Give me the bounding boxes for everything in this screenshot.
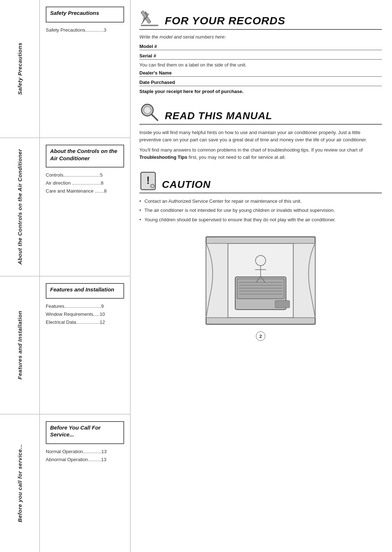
- caution-icon: !: [139, 171, 157, 191]
- sidebar-section-features: Features and Installation: [0, 277, 39, 415]
- fyr-serial-label: Serial #: [139, 53, 156, 59]
- svg-rect-14: [293, 243, 315, 318]
- svg-rect-23: [275, 301, 290, 308]
- toc-section-service: Before You Call For Service... Normal Op…: [40, 415, 130, 552]
- caution-title: CAUTION: [162, 180, 211, 191]
- svg-rect-13: [206, 243, 228, 318]
- toc-item-controls-1: Controls............................5: [46, 171, 124, 179]
- fyr-dealer-field: Dealer's Name: [139, 70, 382, 77]
- sidebar-section-controls: About the Controls on the Air Conditione…: [0, 138, 39, 276]
- svg-rect-11: [206, 237, 315, 243]
- svg-rect-12: [206, 318, 315, 324]
- toc-title-safety: Safety Precautions: [50, 9, 120, 17]
- caution-header: ! CAUTION: [139, 171, 382, 193]
- toc-section-controls: About the Controls on the Air Conditione…: [40, 138, 130, 276]
- toc-item-controls-2: Air direction ......................8: [46, 179, 124, 187]
- fyr-subtitle: Write the model and serial numbers here:: [139, 34, 382, 40]
- sidebar-label-service: Before you call for service...: [17, 444, 23, 522]
- fyr-dealer-label: Dealer's Name: [139, 70, 172, 76]
- toc-panel: Safety Precautions Safety Precautions...…: [40, 0, 131, 552]
- toc-item-features-3: Electrical Data..................12: [46, 318, 124, 326]
- toc-item-safety-1: Safety Precautions..............3: [46, 26, 124, 34]
- caution-item-2: The air conditioner is not intended for …: [139, 207, 382, 214]
- fyr-date-field: Date Purchased: [139, 79, 382, 86]
- toc-box-features: Features and Installation: [46, 283, 124, 299]
- fyr-serial-field: Serial #: [139, 53, 382, 60]
- toc-item-features-2: Window Requirements.....10: [46, 310, 124, 318]
- sidebar-section-service: Before you call for service...: [0, 415, 39, 552]
- fyr-staple-text: Staple your receipt here for proof of pu…: [139, 89, 382, 94]
- sidebar-label-features: Features and Installation: [17, 311, 23, 379]
- toc-title-features: Features and Installation: [50, 286, 120, 293]
- caution-list: Contact an Authorized Service Center for…: [139, 198, 382, 223]
- window-ac-illustration: [203, 233, 319, 328]
- fyr-find-text: You can find them on a label on the side…: [139, 62, 382, 68]
- caution-item-3: Young children should be supervised to e…: [139, 216, 382, 223]
- toc-box-safety: Safety Precautions: [46, 7, 124, 23]
- toc-item-service-2: Abnormal Operation..........13: [46, 456, 124, 464]
- sidebar-label-safety: Safety Precautions: [17, 43, 23, 95]
- sidebar-section-safety: Safety Precautions: [0, 0, 39, 138]
- section-read-this-manual: READ THIS MANUAL Inside you will find ma…: [139, 102, 382, 164]
- magnify-icon: [139, 102, 160, 122]
- svg-point-9: [151, 184, 154, 188]
- page-number: 2: [256, 331, 265, 341]
- toc-title-service: Before You Call For Service...: [50, 424, 120, 438]
- rtm-header: READ THIS MANUAL: [139, 102, 382, 125]
- toc-box-controls: About the Controls on the Air Conditione…: [46, 145, 124, 168]
- page-number-area: 2: [139, 331, 382, 341]
- toc-section-features: Features and Installation Features......…: [40, 277, 130, 415]
- fyr-model-field: Model #: [139, 43, 382, 50]
- sidebar: Safety Precautions About the Controls on…: [0, 0, 40, 552]
- main-content: FOR YOUR RECORDS Write the model and ser…: [131, 0, 392, 552]
- svg-rect-0: [141, 25, 158, 26]
- rtm-para-1: Inside you will find many helpful hints …: [139, 129, 382, 144]
- illustration-area: [139, 233, 382, 328]
- rtm-title: READ THIS MANUAL: [165, 111, 272, 122]
- fyr-date-label: Date Purchased: [139, 80, 175, 85]
- section-caution: ! CAUTION Contact an Authorized Service …: [139, 171, 382, 226]
- svg-text:!: !: [146, 174, 150, 186]
- toc-item-service-1: Normal Operation..............13: [46, 448, 124, 456]
- svg-line-6: [152, 114, 158, 120]
- fyr-header: FOR YOUR RECORDS: [139, 7, 382, 30]
- pen-icon: [139, 7, 160, 28]
- section-for-your-records: FOR YOUR RECORDS Write the model and ser…: [139, 7, 382, 94]
- toc-title-controls: About the Controls on the Air Conditione…: [50, 148, 120, 162]
- rtm-para-2: You'll find many answers to common probl…: [139, 146, 382, 161]
- sidebar-label-controls: About the Controls on the Air Conditione…: [17, 149, 23, 265]
- fyr-title: FOR YOUR RECORDS: [165, 15, 285, 28]
- rtm-bold: Troubleshooting Tips: [139, 154, 187, 160]
- svg-rect-17: [237, 279, 284, 299]
- svg-point-5: [144, 106, 151, 114]
- toc-item-controls-3: Care and Maintenance .......8: [46, 187, 124, 195]
- toc-section-safety: Safety Precautions Safety Precautions...…: [40, 0, 130, 138]
- fyr-model-label: Model #: [139, 44, 157, 49]
- toc-box-service: Before You Call For Service...: [46, 421, 124, 444]
- caution-item-1: Contact an Authorized Service Center for…: [139, 198, 382, 205]
- toc-item-features-1: Features............................9: [46, 302, 124, 310]
